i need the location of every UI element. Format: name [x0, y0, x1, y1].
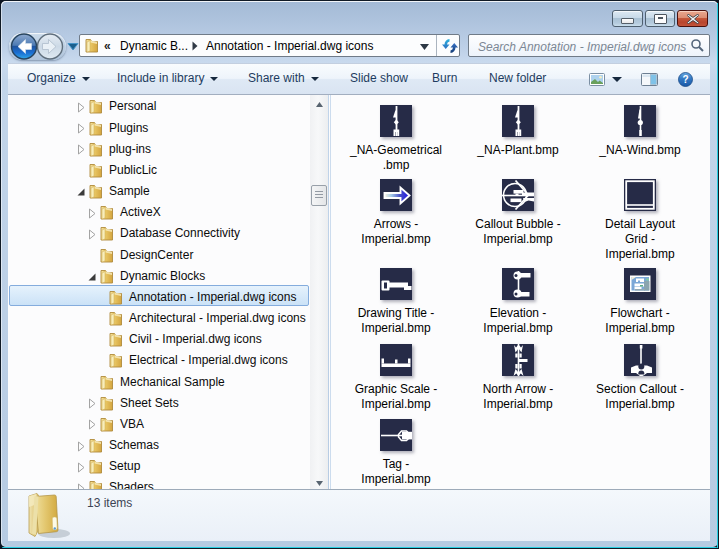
svg-text:?: ? [682, 74, 688, 85]
